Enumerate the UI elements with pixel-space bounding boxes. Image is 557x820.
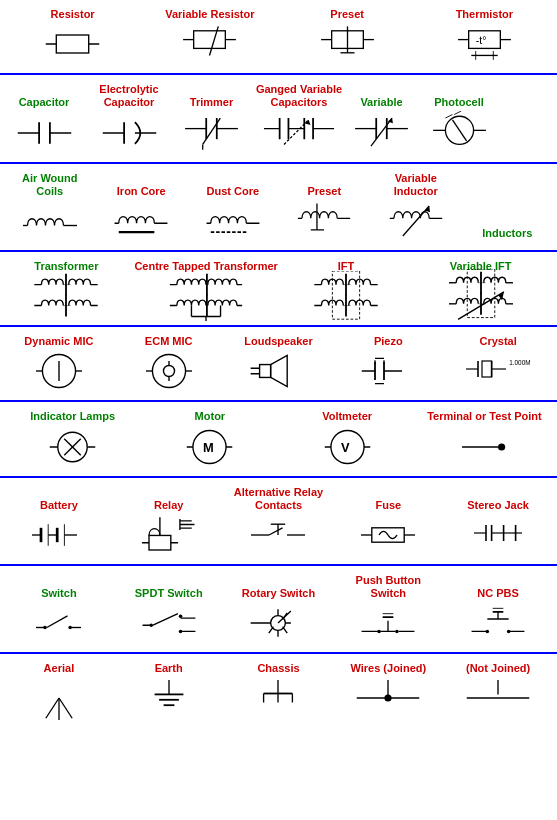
- symbol-crystal: [458, 350, 538, 392]
- cell-centre-tapped: Centre Tapped Transformer: [129, 258, 284, 319]
- label-photocell: Photocell: [434, 96, 484, 109]
- symbol-variable-inductor: [386, 200, 446, 242]
- symbol-nc-pbs: [468, 602, 528, 644]
- cell-nc-pbs: NC PBS: [443, 585, 553, 646]
- symbol-ganged: [259, 112, 339, 154]
- cell-aerial: Aerial: [4, 660, 114, 721]
- label-spdt: SPDT Switch: [135, 587, 203, 600]
- symbol-stereo-jack: [468, 514, 528, 556]
- section-battery: Battery Relay Alternative Relay Contacts…: [0, 478, 557, 566]
- label-aerial: Aerial: [44, 662, 75, 675]
- label-variable-cap: Variable: [360, 96, 402, 109]
- cell-preset: Preset: [279, 6, 416, 67]
- label-dynamic-mic: Dynamic MIC: [24, 335, 93, 348]
- symbol-thermistor: [457, 23, 512, 65]
- cell-ift: IFT: [284, 258, 409, 319]
- label-electrolytic: Electrolytic Capacitor: [88, 83, 170, 109]
- label-stereo-jack: Stereo Jack: [467, 499, 529, 512]
- section-transformers: Transformer Centre Tapped Transformer IF…: [0, 252, 557, 327]
- section-indicators: Indicator Lamps Motor Voltmeter Terminal…: [0, 402, 557, 477]
- cell-lamp: Indicator Lamps: [4, 408, 141, 469]
- cell-test-point: Terminal or Test Point: [416, 408, 553, 469]
- symbol-push-button: [358, 602, 418, 644]
- app-container: Resistor Variable Resistor Preset Thermi…: [0, 0, 557, 727]
- cell-transformer: Transformer: [4, 258, 129, 319]
- label-wires-joined: Wires (Joined): [350, 662, 426, 675]
- label-earth: Earth: [155, 662, 183, 675]
- label-inductors: Inductors: [482, 227, 532, 240]
- cell-electrolytic: Electrolytic Capacitor: [84, 81, 174, 155]
- cell-rotary: Rotary Switch: [224, 585, 334, 646]
- cell-stereo-jack: Stereo Jack: [443, 497, 553, 558]
- symbol-dust-core: [203, 200, 263, 242]
- label-lamp: Indicator Lamps: [30, 410, 115, 423]
- section-capacitors: Capacitor Electrolytic Capacitor Trimmer…: [0, 75, 557, 163]
- symbol-earth: [147, 677, 191, 719]
- cell-piezo: Piezo: [333, 333, 443, 394]
- label-test-point: Terminal or Test Point: [427, 410, 542, 423]
- section-resistors: Resistor Variable Resistor Preset Thermi…: [0, 0, 557, 75]
- label-push-button: Push Button Switch: [337, 574, 439, 600]
- label-nc-pbs: NC PBS: [477, 587, 519, 600]
- symbol-wires-joined: [353, 677, 423, 719]
- section-switches: Switch SPDT Switch Rotary Switch Push Bu…: [0, 566, 557, 654]
- cell-air-coil: Air Wound Coils: [4, 170, 96, 244]
- cell-wires-not-joined: (Not Joined): [443, 660, 553, 721]
- cell-switch: Switch: [4, 585, 114, 646]
- symbol-battery: [29, 514, 89, 556]
- symbol-switch: [31, 602, 86, 644]
- symbol-photocell: [432, 112, 487, 154]
- cell-variable-resistor: Variable Resistor: [141, 6, 278, 67]
- cell-motor: Motor: [141, 408, 278, 469]
- label-switch: Switch: [41, 587, 76, 600]
- label-chassis: Chassis: [257, 662, 299, 675]
- label-crystal: Crystal: [479, 335, 516, 348]
- label-relay-contacts: Alternative Relay Contacts: [228, 486, 330, 512]
- label-wires-not-joined: (Not Joined): [466, 662, 530, 675]
- symbol-motor: [182, 426, 237, 468]
- symbol-wires-not-joined: [463, 677, 533, 719]
- label-capacitor: Capacitor: [19, 96, 70, 109]
- label-variable-inductor: Variable Inductor: [374, 172, 458, 198]
- cell-relay-contacts: Alternative Relay Contacts: [224, 484, 334, 558]
- cell-ganged: Ganged Variable Capacitors: [249, 81, 349, 155]
- symbol-chassis: [256, 677, 300, 719]
- label-variable-resistor: Variable Resistor: [165, 8, 254, 21]
- symbol-aerial: [39, 677, 79, 719]
- label-iron-core: Iron Core: [117, 185, 166, 198]
- cell-chassis: Chassis: [224, 660, 334, 721]
- section-connections: Aerial Earth Chassis Wires (Joined) (Not…: [0, 654, 557, 727]
- label-thermistor: Thermistor: [456, 8, 513, 21]
- label-battery: Battery: [40, 499, 78, 512]
- cell-resistor: Resistor: [4, 6, 141, 67]
- cell-wires-joined: Wires (Joined): [333, 660, 443, 721]
- symbol-iron-core: [111, 200, 171, 242]
- label-dust-core: Dust Core: [206, 185, 259, 198]
- label-ganged: Ganged Variable Capacitors: [253, 83, 345, 109]
- cell-voltmeter: Voltmeter: [279, 408, 416, 469]
- cell-variable-cap: Variable: [349, 94, 414, 155]
- symbol-relay-contacts: [248, 514, 308, 556]
- cell-variable-ift: Variable IFT: [408, 258, 553, 319]
- symbol-piezo: [361, 350, 416, 392]
- symbol-speaker: [248, 350, 308, 392]
- cell-capacitor: Capacitor: [4, 94, 84, 155]
- symbol-preset-inductor: [294, 200, 354, 242]
- cell-earth: Earth: [114, 660, 224, 721]
- label-piezo: Piezo: [374, 335, 403, 348]
- cell-dust-core: Dust Core: [187, 183, 279, 244]
- symbol-lamp: [45, 426, 100, 468]
- cell-spdt: SPDT Switch: [114, 585, 224, 646]
- label-ecm-mic: ECM MIC: [145, 335, 193, 348]
- cell-push-button: Push Button Switch: [333, 572, 443, 646]
- symbol-test-point: [457, 426, 512, 468]
- label-trimmer: Trimmer: [190, 96, 233, 109]
- label-preset-inductor: Preset: [307, 185, 341, 198]
- label-preset: Preset: [330, 8, 364, 21]
- symbol-rotary: [248, 602, 308, 644]
- cell-photocell: Photocell: [414, 94, 504, 155]
- label-resistor: Resistor: [51, 8, 95, 21]
- cell-thermistor: Thermistor: [416, 6, 553, 67]
- section-inductors: Air Wound Coils Iron Core Dust Core Pres…: [0, 164, 557, 252]
- symbol-capacitor: [17, 112, 72, 154]
